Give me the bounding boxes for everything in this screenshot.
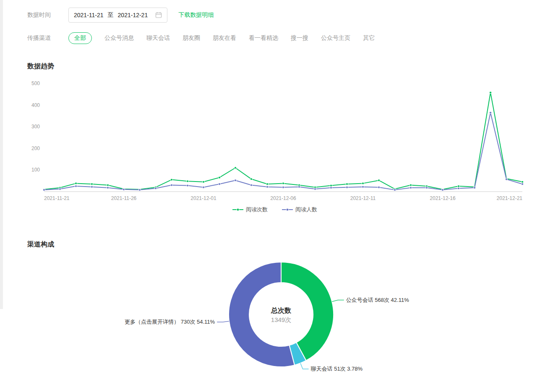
data-point[interactable]	[91, 186, 93, 188]
x-axis-tick: 2021-11-26	[111, 195, 137, 201]
data-point[interactable]	[330, 184, 332, 187]
data-point[interactable]	[410, 184, 412, 186]
donut-center-value: 1349次	[271, 316, 291, 323]
date-end-value[interactable]: 2021-12-21	[118, 12, 148, 18]
donut-center-title: 总次数	[271, 307, 292, 314]
data-point[interactable]	[441, 189, 443, 191]
data-point[interactable]	[410, 187, 412, 189]
x-axis-tick: 2021-12-01	[190, 195, 217, 201]
legend-label: 阅读人数	[295, 206, 317, 213]
data-point[interactable]	[234, 179, 236, 182]
data-point[interactable]	[234, 167, 236, 169]
calendar-icon[interactable]	[155, 12, 162, 18]
tab-account-profile[interactable]: 公众号主页	[321, 34, 350, 42]
data-point[interactable]	[505, 178, 507, 180]
legend-marker-icon	[232, 208, 243, 212]
pie-label-line	[300, 363, 309, 369]
y-axis-tick: 400	[31, 102, 40, 108]
x-axis-tick: 2021-12-11	[350, 195, 376, 201]
data-point[interactable]	[266, 183, 268, 185]
data-point[interactable]	[330, 187, 332, 189]
data-point[interactable]	[75, 182, 77, 184]
pie-slice-label: 聊天会话 51次 3.78%	[311, 366, 363, 372]
y-axis-tick: 300	[31, 124, 40, 130]
pie-slice-label: 更多（点击展开详情） 730次 54.11%	[125, 319, 215, 325]
data-point[interactable]	[43, 189, 45, 191]
x-axis-tick: 2021-12-21	[497, 195, 523, 201]
data-point[interactable]	[154, 187, 157, 190]
y-axis-tick: 100	[31, 167, 40, 173]
legend-item[interactable]: 阅读人数	[282, 206, 317, 213]
date-separator: 至	[108, 11, 114, 19]
tab-other[interactable]: 其它	[363, 34, 375, 42]
trend-section-title: 数据趋势	[27, 62, 540, 71]
y-axis-tick: 200	[31, 145, 40, 151]
tab-chat-session[interactable]: 聊天会话	[146, 34, 170, 42]
data-point[interactable]	[362, 182, 364, 184]
tab-search[interactable]: 搜一搜	[291, 34, 308, 42]
data-point[interactable]	[186, 180, 188, 182]
date-start-value[interactable]: 2021-11-21	[74, 12, 104, 18]
trend-series-line-1	[44, 113, 522, 190]
data-point[interactable]	[138, 189, 141, 191]
data-point[interactable]	[298, 186, 300, 188]
date-range-input[interactable]: 2021-11-21 至 2021-12-21	[68, 8, 167, 23]
data-point[interactable]	[218, 183, 220, 185]
x-axis-tick: 2021-11-21	[44, 195, 70, 201]
data-point[interactable]	[425, 187, 428, 189]
legend-item[interactable]: 阅读次数	[232, 206, 268, 213]
composition-section-title: 渠道构成	[27, 240, 540, 249]
data-point[interactable]	[346, 186, 348, 188]
trend-series-line-0	[44, 93, 522, 190]
data-point[interactable]	[107, 184, 109, 186]
left-gutter	[0, 0, 3, 309]
data-point[interactable]	[282, 186, 284, 188]
channel-filter-label: 传播渠道	[27, 34, 68, 42]
data-point[interactable]	[250, 184, 252, 186]
data-point[interactable]	[521, 181, 523, 183]
data-point[interactable]	[378, 179, 380, 182]
data-point[interactable]	[457, 187, 459, 190]
data-point[interactable]	[473, 187, 475, 189]
data-point[interactable]	[107, 187, 109, 189]
legend-marker-icon	[282, 208, 293, 212]
tab-all[interactable]: 全部	[68, 32, 92, 44]
pie-label-line	[217, 321, 229, 322]
channel-tabs: 全部 公众号消息 聊天会话 朋友圈 朋友在看 看一看精选 搜一搜 公众号主页 其…	[68, 32, 375, 44]
data-point[interactable]	[170, 184, 172, 186]
data-point[interactable]	[170, 179, 172, 181]
data-point[interactable]	[123, 188, 125, 190]
pie-label-line	[332, 300, 344, 302]
x-axis-tick: 2021-12-06	[270, 195, 296, 201]
tab-top-stories[interactable]: 看一看精选	[249, 34, 278, 42]
data-point[interactable]	[202, 181, 204, 183]
legend-label: 阅读次数	[246, 206, 268, 213]
download-data-link[interactable]: 下载数据明细	[178, 11, 214, 19]
data-point[interactable]	[59, 188, 61, 190]
trend-line-chart: 1002003004005002021-11-212021-11-262021-…	[25, 78, 540, 205]
data-point[interactable]	[282, 182, 284, 184]
tab-official-message[interactable]: 公众号消息	[104, 34, 134, 42]
data-point[interactable]	[346, 183, 348, 185]
data-point[interactable]	[394, 189, 396, 191]
data-point[interactable]	[218, 177, 220, 179]
date-filter-row: 数据时间 2021-11-21 至 2021-12-21 下载数据明细	[27, 8, 540, 23]
data-point[interactable]	[91, 183, 93, 185]
data-point[interactable]	[250, 178, 252, 180]
data-point[interactable]	[489, 91, 491, 93]
channel-filter-row: 传播渠道 全部 公众号消息 聊天会话 朋友圈 朋友在看 看一看精选 搜一搜 公众…	[27, 32, 540, 44]
channel-composition-donut-chart: 公众号会话 568次 42.11%聊天会话 51次 3.78%更多（点击展开详情…	[0, 256, 540, 385]
data-point[interactable]	[457, 185, 459, 187]
data-point[interactable]	[378, 186, 380, 188]
data-point[interactable]	[489, 112, 491, 114]
tab-moments[interactable]: 朋友圈	[183, 34, 200, 42]
data-point[interactable]	[266, 186, 268, 188]
data-point[interactable]	[75, 185, 77, 187]
x-axis-tick: 2021-12-16	[430, 195, 456, 201]
data-point[interactable]	[186, 184, 188, 187]
data-point[interactable]	[314, 188, 316, 190]
tab-friends-reading[interactable]: 朋友在看	[213, 34, 236, 42]
data-point[interactable]	[521, 183, 523, 185]
data-point[interactable]	[202, 186, 204, 188]
data-point[interactable]	[362, 186, 364, 188]
